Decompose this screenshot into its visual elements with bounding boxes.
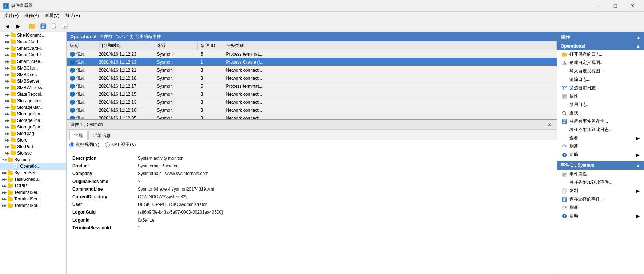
close-detail-button[interactable]: ✕	[546, 122, 553, 128]
action-save-selected[interactable]: 保存选择的事件...	[557, 195, 644, 203]
tree-item-smartcard3[interactable]: ▶ SmartCard-I...	[0, 52, 66, 58]
action-create-view[interactable]: 创建自定义视图...	[557, 59, 644, 67]
table-row[interactable]: i信息2020/4/16 11:12:05Sysmon3Network conn…	[67, 114, 557, 120]
action-import-view[interactable]: 导入自定义视图...	[557, 67, 644, 75]
cell-category: Process terminat...	[223, 82, 557, 90]
detail-key: CommandLine	[72, 186, 138, 193]
cell-source: Sysmon	[154, 58, 198, 66]
action-save-all[interactable]: 将所有事件另存为...	[557, 117, 644, 126]
table-row[interactable]: i信息2020/4/16 11:12:13Sysmon3Network conn…	[67, 98, 557, 106]
tree-item-systemsetti[interactable]: ▶ SystemSetti...	[0, 170, 66, 176]
tree-item-terminalser2[interactable]: ▶ TerminalSer...	[0, 196, 66, 202]
tree-item-storagetier[interactable]: ▶ Storage-Tier...	[0, 98, 66, 104]
action-attach-event-task[interactable]: 将任务附加到此事件...	[557, 178, 644, 187]
tree-item-smartscreen[interactable]: ▶ SmartScree...	[0, 58, 66, 65]
cell-level: i信息	[67, 74, 96, 82]
table-row[interactable]: i信息2020/4/16 11:12:10Sysmon3Network conn…	[67, 106, 557, 114]
tree-item-shellcommc[interactable]: ▶ ShellCommc...	[0, 32, 66, 39]
operational-arrow: ▲	[636, 44, 640, 49]
action-attach-task[interactable]: 将任务附加到此日志...	[557, 126, 644, 134]
tree-item-terminalser3[interactable]: ▶ TerminalSer...	[0, 202, 66, 209]
tree-item-storagespa1[interactable]: ▶ StorageSpa...	[0, 111, 66, 117]
tree-item-storport[interactable]: ▶ StorPort	[0, 143, 66, 150]
tree-item-tasksched[interactable]: ▶ TaskSchedu...	[0, 176, 66, 183]
action-filter-log[interactable]: 筛选当前日志...	[557, 84, 644, 92]
save-log-button[interactable]	[38, 21, 48, 31]
maximize-button[interactable]: □	[607, 0, 624, 12]
cell-eventid: 5	[198, 50, 223, 58]
menu-view[interactable]: 查看(V)	[42, 12, 62, 20]
radio-friendly[interactable]: 友好视图(N)	[69, 142, 99, 148]
tree-item-sysmon[interactable]: ▼ Sysmon	[0, 156, 66, 163]
tab-details[interactable]: 详细信息	[88, 131, 115, 140]
table-row[interactable]: i信息2020/4/16 11:12:17Sysmon5Process term…	[67, 82, 557, 90]
new-log-button[interactable]: +	[49, 21, 59, 31]
tree-item-stordiag[interactable]: ▶ StorDiag	[0, 130, 66, 137]
action-find[interactable]: 查找...	[557, 109, 644, 117]
help-event-arrow: ▶	[636, 214, 640, 219]
table-row[interactable]: i信息2020/4/16 11:12:23Sysmon5Process term…	[67, 50, 557, 58]
tree-item-smbdirect[interactable]: ▶ SMBDirect	[0, 71, 66, 78]
tab-general[interactable]: 常规	[69, 131, 88, 140]
action-event-props[interactable]: 事件属性	[557, 170, 644, 178]
action-copy[interactable]: 复制 ▶	[557, 187, 644, 195]
action-refresh-event[interactable]: 刷新	[557, 203, 644, 212]
table-row[interactable]: i信息2020/4/16 11:12:18Sysmon3Network conn…	[67, 74, 557, 82]
folder-icon	[7, 190, 13, 195]
menu-action[interactable]: 操作(A)	[21, 12, 42, 20]
tree-item-store[interactable]: ▶ Store	[0, 137, 66, 143]
table-row[interactable]: i信息2020/4/16 11:12:15Sysmon3Network conn…	[67, 90, 557, 98]
action-open-log[interactable]: 打开保存的日志...	[557, 50, 644, 59]
menu-file[interactable]: 文件(F)	[1, 12, 21, 20]
operational-subtitle: Operational	[561, 44, 585, 49]
back-button[interactable]: ◀	[2, 21, 12, 31]
tree-item-storagespa3[interactable]: ▶ StorageSpa...	[0, 124, 66, 130]
table-row[interactable]: i信息2020/4/16 11:12:21Sysmon3Network conn…	[67, 66, 557, 74]
action-clear-log[interactable]: 清除日志...	[557, 75, 644, 84]
tree-item-smbclient[interactable]: ▶ SMBClient	[0, 65, 66, 71]
tree-item-tcpip[interactable]: ▶ TCPIP	[0, 183, 66, 189]
event-detail-panel: 事件 1，Sysmon ✕ 常规 详细信息 友好视图(N) XML 视图(X) …	[67, 119, 557, 274]
tree-item-terminalser1[interactable]: ▶ TerminalSer...	[0, 189, 66, 196]
detail-value: Sysinternals Sysmon	[138, 163, 179, 170]
cell-category: Network connect...	[223, 98, 557, 106]
action-help-ops[interactable]: ? 帮助 ▶	[557, 151, 644, 159]
col-category: 任务类别	[223, 41, 557, 50]
tree-arrow: ▶	[4, 98, 10, 104]
tree-item-smartcard2[interactable]: ▶ SmartCard-I...	[0, 45, 66, 52]
properties-button[interactable]	[60, 21, 70, 31]
action-refresh-ops[interactable]: 刷新	[557, 142, 644, 151]
folder-icon	[10, 59, 16, 64]
tree-item-storagespa2[interactable]: ▶ StorageSpa...	[0, 117, 66, 124]
tree-item-smbwitness[interactable]: ▶ SMBWitness...	[0, 84, 66, 91]
tree-item-smartcard1[interactable]: ▶ SmartCard-...	[0, 39, 66, 45]
forward-button[interactable]: ▶	[13, 21, 23, 31]
tree-item-smbserver[interactable]: ▶ SMBServer	[0, 78, 66, 84]
tree-item-storsvc[interactable]: ▶ Storsvc	[0, 150, 66, 156]
event1-subtitle: 事件 1，Sysmon	[561, 162, 595, 168]
radio-xml[interactable]: XML 视图(X)	[105, 142, 136, 148]
svg-marker-31	[565, 146, 566, 147]
table-row[interactable]: i信息2020/4/16 11:12:23Sysmon1Process Crea…	[67, 58, 557, 66]
minimize-button[interactable]: ─	[589, 0, 606, 12]
tree-item-operational[interactable]: ▶ i Operatio...	[0, 163, 66, 170]
menu-help[interactable]: 帮助(H)	[62, 12, 83, 20]
tree-item-storagemar[interactable]: ▶ StorageMar...	[0, 104, 66, 111]
tree-label: StorageSpa...	[17, 118, 44, 123]
folder-icon	[10, 92, 16, 97]
cell-datetime: 2020/4/16 11:12:21	[96, 66, 154, 74]
cell-source: Sysmon	[154, 106, 198, 114]
action-properties[interactable]: 属性	[557, 92, 644, 100]
tree-label: TCPIP	[14, 183, 27, 188]
open-folder-button[interactable]	[27, 21, 37, 31]
action-disable-log[interactable]: 禁用日志	[557, 100, 644, 109]
cell-eventid: 3	[198, 114, 223, 120]
tree-item-staterepos[interactable]: ▶ StateReposi...	[0, 91, 66, 98]
action-help-event[interactable]: ? 帮助 ▶	[557, 212, 644, 220]
action-view[interactable]: 查看 ▶	[557, 134, 644, 142]
svg-point-20	[564, 64, 565, 64]
close-button[interactable]: ✕	[624, 0, 641, 12]
doc-icon: i	[13, 164, 19, 169]
cell-source: Sysmon	[154, 98, 198, 106]
svg-line-27	[565, 114, 567, 115]
